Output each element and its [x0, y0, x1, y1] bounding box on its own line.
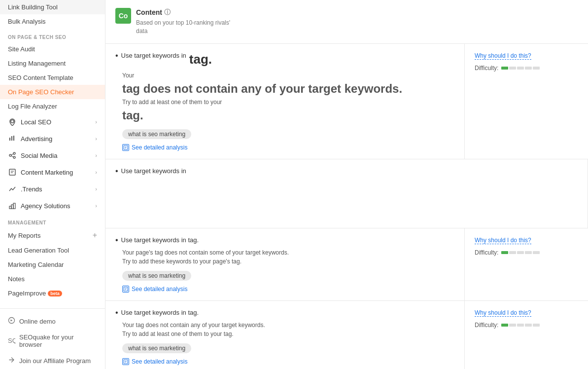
difficulty-row: Difficulty: — [475, 249, 578, 256]
difficulty-segment — [501, 324, 508, 327]
recommendations-list: Use target keywords in tag. Your tag doe… — [105, 44, 588, 369]
sidebar-item-content-marketing[interactable]: Content Marketing › — [0, 164, 105, 181]
why-link[interactable]: Why should I do this? — [475, 237, 531, 244]
sidebar-item-online-demo[interactable]: Online demo — [0, 313, 105, 330]
sidebar-item-trends[interactable]: .Trends › — [0, 181, 105, 197]
beta-badge: beta — [48, 291, 62, 296]
rec-main-rec-title: Use target keywords in tag.</div> <div c… — [105, 159, 588, 228]
agency-solutions-icon — [8, 201, 17, 210]
svg-rect-11 — [13, 203, 15, 209]
sidebar-item-log-file-analyzer[interactable]: Log File Analyzer — [0, 99, 105, 113]
sidebar-item-my-reports[interactable]: My Reports + — [0, 227, 105, 243]
difficulty-label: Difficulty: — [475, 249, 498, 256]
rec-title: Use target keywords in tag. — [115, 309, 454, 317]
difficulty-segment — [501, 67, 508, 70]
content-icon: Co — [115, 8, 131, 24]
difficulty-segment — [525, 324, 532, 327]
rec-main-rec-h1: Use target keywords in tag. Your tag doe… — [105, 44, 465, 159]
difficulty-bar — [501, 251, 540, 254]
svg-rect-14 — [124, 146, 128, 149]
svg-text:SQ: SQ — [8, 337, 15, 344]
sidebar-item-seoquake[interactable]: SQ SEOquake for your browser — [0, 330, 105, 352]
agency-solutions-label: Agency Solutions — [21, 202, 70, 210]
seoquake-icon: SQ — [8, 336, 15, 345]
rec-description: Your tag does not contain any of your ta… — [115, 71, 454, 124]
see-analysis-link[interactable]: See detailed analysis — [122, 144, 454, 151]
rec-title: Use target keywords in tag. — [115, 236, 454, 244]
svg-line-5 — [11, 156, 13, 157]
rec-main-rec-body: Use target keywords in tag. Your page's … — [105, 228, 465, 300]
main-content: Co Content ⓘ Based on your top 10-rankin… — [105, 0, 588, 369]
svg-rect-20 — [124, 360, 128, 364]
sidebar-bottom: Online demo SQ SEOquake for your browser… — [0, 308, 105, 369]
link-building-label: Link Building Tool — [8, 3, 58, 11]
difficulty-segment — [517, 324, 524, 327]
content-subtitle: Based on your top 10-ranking rivals' dat… — [136, 19, 235, 36]
analysis-doc-icon — [122, 144, 129, 151]
rec-title: Use target keywords in tag.</div> <div c… — [115, 167, 578, 175]
see-analysis-link[interactable]: See detailed analysis — [122, 286, 454, 293]
rec-title: Use target keywords in tag. — [115, 52, 454, 67]
difficulty-segment — [509, 251, 516, 254]
difficulty-segment — [509, 67, 516, 70]
recommendation-row: Use target keywords in tag.</div> <div c… — [105, 159, 588, 228]
keyword-tag: what is seo marketing — [122, 129, 191, 139]
content-title: Content ⓘ — [136, 8, 235, 17]
sidebar-item-advertising[interactable]: Advertising › — [0, 130, 105, 147]
info-icon[interactable]: ⓘ — [164, 8, 171, 17]
sidebar-item-affiliate[interactable]: Join our Affiliate Program — [0, 352, 105, 369]
sidebar-item-agency-solutions[interactable]: Agency Solutions › — [0, 197, 105, 214]
recommendation-row: Use target keywords in tag. Your tag doe… — [105, 301, 588, 369]
sidebar-item-bulk-analysis[interactable]: Bulk Analysis — [0, 14, 105, 29]
bulk-analysis-label: Bulk Analysis — [8, 18, 46, 25]
content-marketing-icon — [8, 168, 17, 177]
content-area: Co Content ⓘ Based on your top 10-rankin… — [105, 0, 588, 369]
sidebar-item-local-seo[interactable]: Local SEO › — [0, 113, 105, 130]
see-analysis-label: See detailed analysis — [132, 286, 187, 293]
rec-description: Your tag does not contain any of your ta… — [115, 321, 454, 338]
social-media-icon — [8, 151, 17, 160]
chevron-right-icon: › — [95, 203, 97, 209]
add-report-icon[interactable]: + — [93, 231, 97, 240]
sidebar-item-on-page-seo-checker[interactable]: On Page SEO Checker — [0, 85, 105, 99]
analysis-doc-icon — [122, 358, 129, 365]
difficulty-segment — [533, 67, 540, 70]
difficulty-row: Difficulty: — [475, 322, 578, 329]
content-header-text: Content ⓘ Based on your top 10-ranking r… — [136, 8, 235, 36]
difficulty-segment — [533, 251, 540, 254]
rec-main-rec-meta: Use target keywords in tag. Your tag doe… — [105, 301, 465, 369]
sidebar-item-site-audit[interactable]: Site Audit — [0, 42, 105, 56]
sidebar-item-link-building-tool[interactable]: Link Building Tool — [0, 0, 105, 14]
keyword-tag: what is seo marketing — [122, 343, 191, 353]
see-analysis-label: See detailed analysis — [132, 358, 187, 365]
svg-rect-6 — [9, 169, 15, 175]
sidebar: Link Building Tool Bulk Analysis ON PAGE… — [0, 0, 105, 369]
see-analysis-link[interactable]: See detailed analysis — [122, 358, 454, 365]
analysis-doc-icon — [122, 286, 129, 293]
content-marketing-label: Content Marketing — [21, 169, 73, 176]
see-analysis-label: See detailed analysis — [132, 144, 187, 151]
why-link[interactable]: Why should I do this? — [475, 52, 531, 60]
svg-point-2 — [13, 152, 15, 154]
local-seo-icon — [8, 117, 17, 126]
sidebar-item-notes[interactable]: Notes — [0, 272, 105, 286]
sidebar-item-lead-generation-tool[interactable]: Lead Generation Tool — [0, 243, 105, 258]
sidebar-item-marketing-calendar[interactable]: Marketing Calendar — [0, 258, 105, 272]
sidebar-item-seo-content-template[interactable]: SEO Content Template — [0, 71, 105, 85]
rec-side-rec-meta: Why should I do this? Difficulty: — [465, 301, 588, 369]
keyword-tag: what is seo marketing — [122, 271, 191, 281]
sidebar-item-listing-management[interactable]: Listing Management — [0, 56, 105, 71]
local-seo-label: Local SEO — [21, 118, 51, 126]
chevron-right-icon: › — [95, 169, 97, 175]
svg-rect-17 — [124, 287, 128, 291]
why-link[interactable]: Why should I do this? — [475, 309, 531, 317]
svg-point-3 — [13, 156, 15, 158]
difficulty-segment — [533, 324, 540, 327]
difficulty-segment — [525, 251, 532, 254]
difficulty-bar — [501, 67, 540, 70]
content-header: Co Content ⓘ Based on your top 10-rankin… — [105, 0, 588, 44]
sidebar-item-pageimprove[interactable]: PageImprove beta — [0, 286, 105, 300]
chevron-right-icon: › — [95, 119, 97, 125]
rec-side-rec-h1: Why should I do this? Difficulty: — [465, 44, 588, 159]
sidebar-item-social-media[interactable]: Social Media › — [0, 147, 105, 164]
